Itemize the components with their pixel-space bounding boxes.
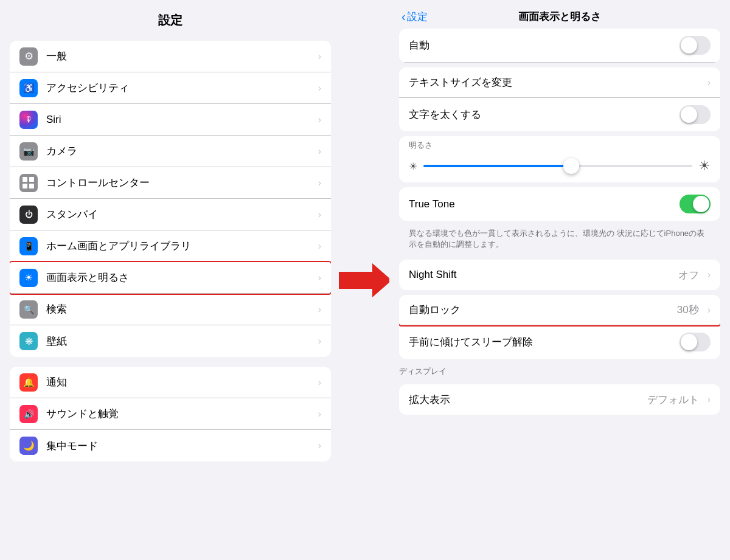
home-screen-chevron: › [318,241,321,252]
auto-lock-item[interactable]: 自動ロック 30秒 › [399,295,720,325]
back-chevron-icon: ‹ [401,10,406,24]
accessibility-label: アクセシビリティ [46,81,313,95]
true-tone-toggle-knob [693,196,709,212]
raise-to-wake-item[interactable]: 手前に傾けてスリープ解除 [399,325,720,359]
auto-lock-label: 自動ロック [409,303,677,317]
right-panel: ‹ 設定 画面表示と明るさ 自動 テキストサイズを変更 › 文字を太くする [389,0,730,560]
raise-to-wake-toggle-knob [681,334,697,350]
wallpaper-label: 壁紙 [46,334,313,348]
auto-toggle-knob [681,37,697,54]
brightness-row-container: ☀ ☀ [399,152,720,182]
control-center-chevron: › [318,178,321,188]
settings-item-display[interactable]: ☀ 画面表示と明るさ › [10,262,331,294]
settings-item-camera[interactable]: 📷 カメラ › [10,136,331,167]
auto-label: 自動 [409,38,680,52]
right-header: ‹ 設定 画面表示と明るさ [389,0,730,29]
display-zoom-item[interactable]: 拡大表示 デフォルト › [399,384,720,415]
search-chevron: › [318,304,321,315]
brightness-list: 明るさ ☀ ☀ [399,136,720,182]
wallpaper-chevron: › [318,336,321,347]
left-panel-title: 設定 [0,0,341,36]
auto-toggle[interactable] [680,36,711,55]
back-button[interactable]: ‹ 設定 [401,10,428,24]
night-shift-list: Night Shift オフ › [399,260,720,290]
sounds-label: サウンドと触覚 [46,407,313,421]
settings-item-accessibility[interactable]: ♿ アクセシビリティ › [10,72,331,104]
brightness-slider[interactable] [423,165,692,167]
bold-text-label: 文字を太くする [409,108,680,122]
display-chevron: › [318,272,321,283]
night-shift-value: オフ [678,268,699,282]
settings-group-2: 🔔 通知 › 🔊 サウンドと触覚 › 🌙 集中モード › [10,367,331,461]
standby-chevron: › [318,209,321,220]
text-size-item[interactable]: テキストサイズを変更 › [399,67,720,98]
general-chevron: › [318,51,321,62]
focus-label: 集中モード [46,439,313,453]
search-label: 検索 [46,302,313,316]
notifications-chevron: › [318,377,321,388]
true-tone-toggle[interactable] [680,195,711,213]
focus-icon: 🌙 [19,437,38,455]
settings-item-standby[interactable]: ⏻ スタンバイ › [10,199,331,230]
settings-item-home-screen[interactable]: 📱 ホーム画面とアプリライブラリ › [10,230,331,262]
true-tone-item[interactable]: True Tone [399,187,720,221]
brightness-low-icon: ☀ [409,161,417,172]
text-size-label: テキストサイズを変更 [409,75,703,89]
back-label: 設定 [407,10,428,24]
auto-lock-value: 30秒 [677,303,699,317]
top-partial-auto[interactable]: 自動 [399,29,720,63]
top-partial-list: 自動 [399,29,720,63]
display-zoom-value: デフォルト [647,393,699,407]
display-icon: ☀ [19,269,38,287]
display-zoom-chevron: › [707,394,711,405]
accessibility-icon: ♿ [19,79,38,97]
left-panel: 設定 ⚙ 一般 › ♿ アクセシビリティ › 🎙 Siri › 📷 カメラ › [0,0,341,560]
raise-to-wake-label: 手前に傾けてスリープ解除 [409,335,680,349]
bold-text-toggle[interactable] [680,105,711,124]
display-section-label: ディスプレイ [399,364,720,379]
control-center-icon [19,174,38,192]
display-zoom-label: 拡大表示 [409,393,647,407]
settings-item-general[interactable]: ⚙ 一般 › [10,41,331,72]
display-zoom-list: 拡大表示 デフォルト › [399,384,720,415]
arrow-head [372,263,392,297]
settings-item-sounds[interactable]: 🔊 サウンドと触覚 › [10,398,331,430]
settings-item-notifications[interactable]: 🔔 通知 › [10,367,331,398]
settings-item-wallpaper[interactable]: ❋ 壁紙 › [10,325,331,357]
text-section-list: テキストサイズを変更 › 文字を太くする [399,67,720,131]
standby-label: スタンバイ [46,207,313,221]
auto-lock-list: 自動ロック 30秒 › 手前に傾けてスリープ解除 [399,295,720,359]
standby-icon: ⏻ [19,206,38,224]
settings-item-search[interactable]: 🔍 検索 › [10,294,331,325]
sounds-icon: 🔊 [19,405,38,423]
settings-item-siri[interactable]: 🎙 Siri › [10,104,331,136]
home-screen-label: ホーム画面とアプリライブラリ [46,239,313,253]
night-shift-item[interactable]: Night Shift オフ › [399,260,720,290]
night-shift-chevron: › [707,269,711,280]
camera-label: カメラ [46,144,313,158]
brightness-thumb[interactable] [563,158,579,174]
notifications-label: 通知 [46,375,313,389]
text-size-chevron: › [707,77,711,88]
true-tone-description: 異なる環境でも色が一貫して表示されるように、環境光の 状況に応じてiPhoneの… [399,226,720,255]
wallpaper-icon: ❋ [19,332,38,350]
brightness-section-label: 明るさ [399,136,720,152]
settings-item-focus[interactable]: 🌙 集中モード › [10,430,331,461]
night-shift-label: Night Shift [409,269,678,281]
search-icon: 🔍 [19,300,38,319]
arrow-container [341,0,389,560]
bold-text-item[interactable]: 文字を太くする [399,98,720,131]
camera-chevron: › [318,146,321,157]
right-panel-title: 画面表示と明るさ [518,10,601,24]
raise-to-wake-toggle[interactable] [680,333,711,351]
siri-icon: 🎙 [19,111,38,129]
true-tone-list: True Tone [399,187,720,221]
settings-group-1: ⚙ 一般 › ♿ アクセシビリティ › 🎙 Siri › 📷 カメラ › [10,41,331,357]
bold-text-toggle-knob [681,106,697,123]
settings-item-control-center[interactable]: コントロールセンター › [10,167,331,199]
true-tone-label: True Tone [409,198,680,210]
siri-label: Siri [46,114,313,126]
arrow-shape [339,263,392,297]
brightness-fill [423,165,571,167]
focus-chevron: › [318,440,321,451]
